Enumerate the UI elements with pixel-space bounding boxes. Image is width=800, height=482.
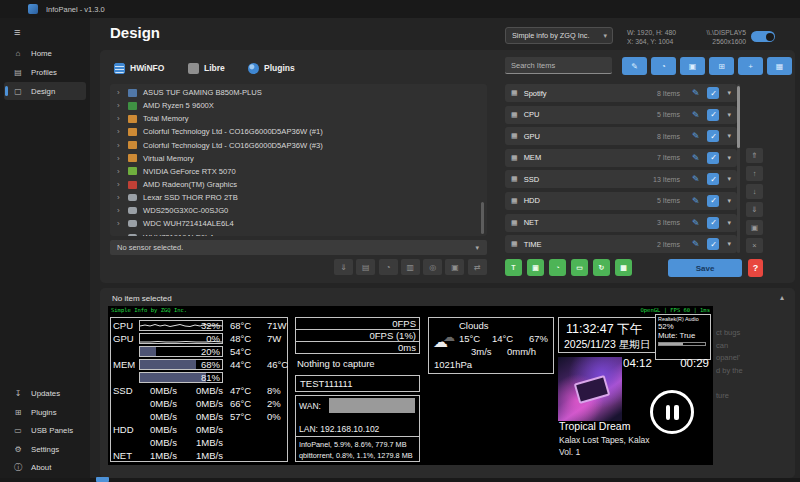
expander-icon[interactable]: › — [117, 233, 126, 236]
group-checkbox[interactable]: ✓ — [707, 87, 719, 99]
group-row-time[interactable]: ▦ TIME 2 Items ✎ ✓ ▾ — [505, 235, 737, 253]
group-checkbox[interactable]: ✓ — [707, 238, 719, 250]
group-checkbox[interactable]: ✓ — [707, 152, 719, 164]
tree-item-motherboard[interactable]: › ASUS TUF GAMING B850M-PLUS — [110, 86, 487, 99]
expander-icon[interactable]: › — [117, 101, 126, 110]
menu-icon[interactable]: ≡ — [14, 26, 20, 38]
chevron-down-icon[interactable]: ▾ — [727, 132, 731, 140]
expander-icon[interactable]: › — [117, 114, 126, 123]
add-image-button[interactable]: ▣ — [527, 259, 544, 276]
image-button[interactable]: ▣ — [680, 57, 705, 75]
edit-icon[interactable]: ✎ — [692, 174, 700, 184]
group-checkbox[interactable]: ✓ — [707, 173, 719, 185]
duplicate-button[interactable]: ▣ — [746, 220, 763, 235]
expander-icon[interactable]: › — [117, 141, 126, 150]
move-down-button[interactable]: ↓ — [746, 184, 763, 199]
display-toggle[interactable] — [751, 31, 775, 42]
chevron-up-icon[interactable]: ▴ — [780, 293, 784, 302]
tab-libre[interactable]: Libre — [188, 60, 225, 76]
list-scrollbar-thumb[interactable] — [737, 86, 740, 148]
edit-icon[interactable]: ✎ — [692, 131, 700, 141]
add-clock-button[interactable]: ◔ — [549, 259, 566, 276]
move-up-button[interactable]: ↑ — [746, 166, 763, 181]
sensor-select[interactable]: No sensor selected. ▾ — [110, 240, 487, 255]
tree-item-hdd2[interactable]: › WUH721919ALE6L4 — [110, 231, 487, 236]
tree-item-amd-gpu[interactable]: › AMD Radeon(TM) Graphics — [110, 178, 487, 191]
save-button[interactable]: Save — [668, 259, 742, 277]
compare-button[interactable]: ⇄ — [468, 259, 487, 275]
sidebar-item-home[interactable]: ⌂ Home — [4, 44, 86, 62]
expander-icon[interactable]: › — [117, 193, 126, 202]
group-checkbox[interactable]: ✓ — [707, 109, 719, 121]
add-gauge-button[interactable]: ↻ — [593, 259, 610, 276]
expander-icon[interactable]: › — [117, 206, 126, 215]
tab-hwinfo[interactable]: HWiNFO — [114, 60, 164, 76]
chevron-down-icon[interactable]: ▾ — [727, 154, 731, 162]
group-row-cpu[interactable]: ▦ CPU 5 Items ✎ ✓ ▾ — [505, 106, 737, 124]
expander-icon[interactable]: › — [117, 167, 126, 176]
edit-icon[interactable]: ✎ — [692, 153, 700, 163]
add-group-button[interactable]: ⊞ — [709, 57, 734, 75]
tree-item-ssd1[interactable]: › Lexar SSD THOR PRO 2TB — [110, 191, 487, 204]
add-table-button[interactable]: ▦ — [615, 259, 632, 276]
group-row-ssd[interactable]: ▦ SSD 13 Items ✎ ✓ ▾ — [505, 170, 737, 188]
sidebar-item-design[interactable]: ▢ Design — [4, 82, 86, 100]
chart-button[interactable]: ▥ — [401, 259, 420, 275]
tree-scrollbar[interactable] — [481, 202, 484, 234]
group-row-mem[interactable]: ▦ MEM 7 Items ✎ ✓ ▾ — [505, 149, 737, 167]
group-row-net[interactable]: ▦ NET 3 Items ✎ ✓ ▾ — [505, 214, 737, 232]
expander-icon[interactable]: › — [117, 180, 126, 189]
edit-icon[interactable]: ✎ — [692, 88, 700, 98]
move-top-button[interactable]: ⇑ — [746, 148, 763, 163]
tree-item-virtual-memory[interactable]: › Virtual Memory — [110, 152, 487, 165]
chevron-down-icon[interactable]: ▾ — [727, 89, 731, 97]
rename-button[interactable]: ✎ — [622, 57, 647, 75]
tree-item-cpu[interactable]: › AMD Ryzen 5 9600X — [110, 99, 487, 112]
clock-button[interactable]: ◔ — [379, 259, 398, 275]
image-button[interactable]: ▣ — [445, 259, 464, 275]
tree-item-hdd1[interactable]: › WDC WUH721414ALE6L4 — [110, 217, 487, 230]
export-button[interactable]: ⇓ — [334, 259, 353, 275]
gauge-button[interactable]: ◎ — [423, 259, 442, 275]
tree-item-ram1[interactable]: › Colorful Technology Ltd - CO16G6000D5A… — [110, 125, 487, 138]
move-bottom-button[interactable]: ⇓ — [746, 202, 763, 217]
sidebar-item-about[interactable]: ⓘ About — [4, 458, 86, 476]
tree-item-ram2[interactable]: › Colorful Technology Ltd - CO16G6000D5A… — [110, 139, 487, 152]
search-input[interactable] — [505, 57, 612, 74]
tree-item-nvidia-gpu[interactable]: › NVIDIA GeForce RTX 5070 — [110, 165, 487, 178]
expander-icon[interactable]: › — [117, 154, 126, 163]
sidebar-item-updates[interactable]: ↧ Updates — [4, 384, 86, 402]
tree-item-total-memory[interactable]: › Total Memory — [110, 112, 487, 125]
group-checkbox[interactable]: ✓ — [707, 217, 719, 229]
move-button[interactable]: + — [738, 57, 763, 75]
edit-icon[interactable]: ✎ — [692, 196, 700, 206]
chevron-down-icon[interactable]: ▾ — [727, 175, 731, 183]
group-row-hdd[interactable]: ▦ HDD 5 Items ✎ ✓ ▾ — [505, 192, 737, 210]
expander-icon[interactable]: › — [117, 88, 126, 97]
add-text-button[interactable]: T — [505, 259, 522, 276]
sidebar-item-settings[interactable]: ⚙ Settings — [4, 440, 86, 458]
help-button[interactable]: ? — [748, 259, 763, 277]
sidebar-item-profiles[interactable]: ▤ Profiles — [4, 63, 86, 81]
sidebar-item-usb-panels[interactable]: ▭ USB Panels — [4, 421, 86, 439]
edit-icon[interactable]: ✎ — [692, 110, 700, 120]
sidebar-item-plugins[interactable]: ⊞ Plugins — [4, 403, 86, 421]
layout-button[interactable]: ▦ — [767, 57, 792, 75]
history-button[interactable]: ◔ — [651, 57, 676, 75]
chevron-down-icon[interactable]: ▾ — [727, 240, 731, 248]
group-checkbox[interactable]: ✓ — [707, 195, 719, 207]
expander-icon[interactable]: › — [117, 127, 126, 136]
chevron-down-icon[interactable]: ▾ — [727, 197, 731, 205]
chevron-down-icon[interactable]: ▾ — [727, 111, 731, 119]
profile-select[interactable]: Simple info by ZGQ Inc. ▾ — [505, 27, 613, 44]
group-row-spotify[interactable]: ▦ Spotify 8 Items ✎ ✓ ▾ — [505, 84, 737, 102]
edit-icon[interactable]: ✎ — [692, 239, 700, 249]
add-bar-button[interactable]: ▭ — [571, 259, 588, 276]
group-checkbox[interactable]: ✓ — [707, 130, 719, 142]
tree-item-ssd2[interactable]: › WDS250G3X0C-00SJG0 — [110, 204, 487, 217]
file-button[interactable]: ▤ — [356, 259, 375, 275]
chevron-down-icon[interactable]: ▾ — [727, 219, 731, 227]
tab-plugins[interactable]: Plugins — [248, 60, 295, 76]
delete-button[interactable]: × — [746, 238, 763, 253]
group-row-gpu[interactable]: ▦ GPU 8 Items ✎ ✓ ▾ — [505, 127, 737, 145]
